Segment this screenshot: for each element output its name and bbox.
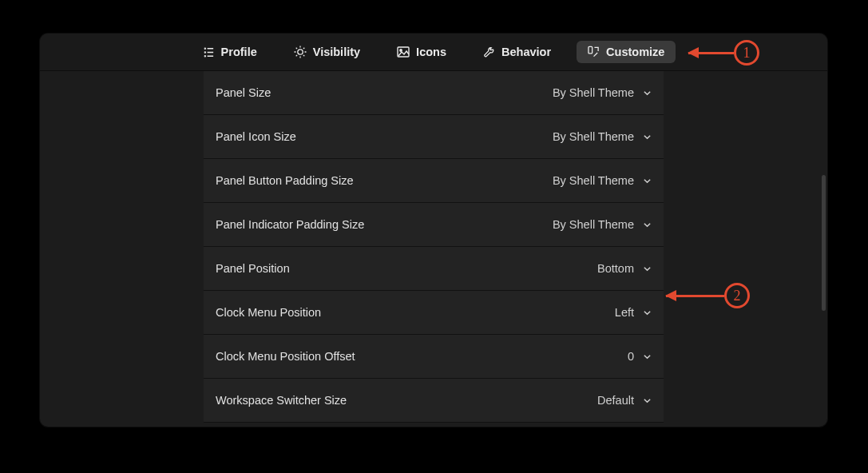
tab-visibility[interactable]: Visibility <box>283 41 371 63</box>
row-value: 0 <box>628 350 652 363</box>
design-icon <box>588 46 600 58</box>
row-workspace-switcher-size[interactable]: Workspace Switcher Size Default <box>204 379 664 423</box>
chevron-down-icon <box>642 176 652 185</box>
tab-icons[interactable]: Icons <box>386 41 458 63</box>
svg-line-14 <box>303 48 304 49</box>
tab-label: Profile <box>221 46 257 58</box>
row-value: By Shell Theme <box>553 174 652 187</box>
row-panel-button-padding[interactable]: Panel Button Padding Size By Shell Theme <box>204 159 664 203</box>
row-panel-position[interactable]: Panel Position Bottom <box>204 247 664 291</box>
tab-customize[interactable]: Customize <box>577 41 676 63</box>
tab-label: Behavior <box>501 46 551 58</box>
row-value: By Shell Theme <box>553 218 652 231</box>
settings-list[interactable]: Panel Size By Shell Theme Panel Icon Siz… <box>204 71 664 427</box>
row-panel-indicator-padding[interactable]: Panel Indicator Padding Size By Shell Th… <box>204 203 664 247</box>
row-label: Panel Size <box>216 86 271 99</box>
annotation-arrow-2 <box>666 295 724 297</box>
tab-label: Visibility <box>313 46 360 58</box>
settings-window: Profile Visibility <box>40 34 827 427</box>
svg-line-11 <box>295 48 296 49</box>
list-icon <box>203 46 215 58</box>
row-value: Left <box>615 306 652 319</box>
row-value: Default <box>597 394 652 407</box>
chevron-down-icon <box>642 132 652 141</box>
wrench-icon <box>483 46 495 58</box>
row-clock-menu-offset[interactable]: Clock Menu Position Offset 0 <box>204 335 664 379</box>
svg-point-0 <box>204 48 205 49</box>
row-clock-menu-position[interactable]: Clock Menu Position Left <box>204 291 664 335</box>
svg-line-13 <box>295 55 296 56</box>
chevron-down-icon <box>642 308 652 317</box>
row-panel-icon-size[interactable]: Panel Icon Size By Shell Theme <box>204 115 664 159</box>
row-label: Clock Menu Position Offset <box>216 350 355 363</box>
row-value: Bottom <box>597 262 652 275</box>
row-label: Panel Indicator Padding Size <box>216 218 364 231</box>
image-icon <box>397 46 410 58</box>
tab-label: Customize <box>606 46 664 58</box>
row-panel-size[interactable]: Panel Size By Shell Theme <box>204 71 664 115</box>
svg-point-4 <box>204 55 205 56</box>
scrollbar-thumb[interactable] <box>822 175 826 311</box>
chevron-down-icon <box>642 88 652 97</box>
row-value: By Shell Theme <box>553 130 652 143</box>
row-label: Workspace Switcher Size <box>216 394 347 407</box>
tab-behavior[interactable]: Behavior <box>472 41 562 63</box>
svg-rect-17 <box>589 46 593 53</box>
chevron-down-icon <box>642 220 652 229</box>
row-label: Panel Button Padding Size <box>216 174 354 187</box>
tab-profile[interactable]: Profile <box>192 41 268 63</box>
row-label: Clock Menu Position <box>216 306 321 319</box>
tab-label: Icons <box>416 46 446 58</box>
sun-icon <box>294 46 307 58</box>
row-label: Panel Icon Size <box>216 130 296 143</box>
chevron-down-icon <box>642 264 652 273</box>
settings-content: Panel Size By Shell Theme Panel Icon Siz… <box>40 71 827 427</box>
row-label: Panel Position <box>216 262 290 275</box>
chevron-down-icon <box>642 395 652 405</box>
chevron-down-icon <box>642 352 652 361</box>
row-value: By Shell Theme <box>553 86 652 99</box>
svg-point-2 <box>204 52 205 53</box>
svg-point-16 <box>400 49 402 50</box>
annotation-arrow-1 <box>688 52 734 54</box>
svg-line-12 <box>303 55 304 56</box>
svg-point-6 <box>298 50 303 54</box>
